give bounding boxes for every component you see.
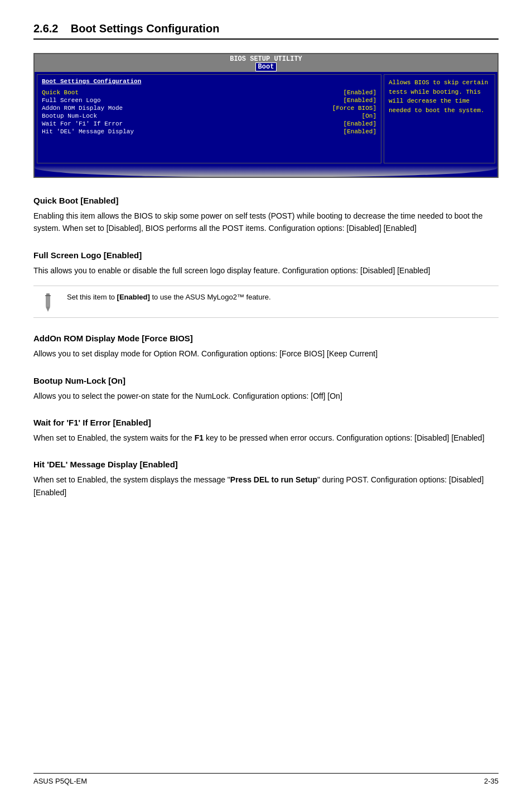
bios-label-0: Quick Boot (42, 89, 79, 96)
bios-value-1: [Enabled] (344, 97, 376, 104)
footer-left: ASUS P5QL-EM (33, 777, 87, 785)
subsection-body-full-screen-logo: This allows you to enable or disable the… (33, 264, 499, 277)
subsection-heading-hit-del: Hit 'DEL' Message Display [Enabled] (33, 460, 499, 469)
footer-right: 2-35 (484, 777, 499, 785)
bios-value-5: [Enabled] (344, 128, 376, 135)
bios-value-0: [Enabled] (344, 89, 376, 96)
f1-key-bold: F1 (195, 433, 204, 442)
subsection-body-bootup-numlock: Allows you to select the power-on state … (33, 390, 499, 402)
bios-active-tab: Boot (255, 62, 277, 71)
subsection-bootup-numlock: Bootup Num-Lock [On] Allows you to selec… (33, 376, 499, 402)
section-number: 2.6.2 (33, 22, 58, 35)
subsection-body-quick-boot: Enabling this item allows the BIOS to sk… (33, 210, 499, 235)
subsection-wait-f1: Wait for 'F1' If Error [Enabled] When se… (33, 418, 499, 444)
bios-title-bar: BIOS SETUP UTILITY Boot (35, 54, 497, 72)
subsection-body-wait-f1: When set to Enabled, the system waits fo… (33, 432, 499, 444)
section-heading: 2.6.2 Boot Settings Configuration (33, 22, 499, 40)
note-box: Set this item to [Enabled] to use the AS… (33, 286, 499, 318)
bios-row-0: Quick Boot [Enabled] (42, 89, 376, 96)
bios-value-2: [Force BIOS] (332, 105, 376, 112)
subsection-heading-quick-boot: Quick Boot [Enabled] (33, 196, 499, 205)
subsection-heading-full-screen-logo: Full Screen Logo [Enabled] (33, 250, 499, 260)
bios-label-3: Bootup Num-Lock (42, 113, 97, 119)
bios-right-panel: Allows BIOS to skip certain tests while … (384, 74, 495, 163)
bios-section-label: Boot Settings Configuration (42, 78, 376, 85)
page-content: 2.6.2 Boot Settings Configuration BIOS S… (33, 22, 499, 499)
bios-label-1: Full Screen Logo (42, 97, 101, 104)
subsection-full-screen-logo: Full Screen Logo [Enabled] This allows y… (33, 250, 499, 318)
bios-left-panel: Boot Settings Configuration Quick Boot [… (37, 74, 381, 163)
subsection-heading-bootup-numlock: Bootup Num-Lock [On] (33, 376, 499, 385)
subsection-hit-del: Hit 'DEL' Message Display [Enabled] When… (33, 460, 499, 499)
section-title: Boot Settings Configuration (71, 22, 220, 35)
bios-label-5: Hit 'DEL' Message Display (42, 128, 134, 135)
bios-value-4: [Enabled] (344, 120, 376, 127)
bios-row-2: AddOn ROM Display Mode [Force BIOS] (42, 105, 376, 112)
subsection-heading-wait-f1: Wait for 'F1' If Error [Enabled] (33, 418, 499, 427)
svg-rect-1 (46, 296, 50, 307)
bios-help-text: Allows BIOS to skip certain tests while … (389, 79, 488, 114)
subsection-body-hit-del: When set to Enabled, the system displays… (33, 474, 499, 499)
note-text: Set this item to [Enabled] to use the AS… (67, 292, 271, 303)
bios-row-3: Bootup Num-Lock [On] (42, 113, 376, 119)
svg-rect-3 (45, 295, 51, 296)
bios-row-1: Full Screen Logo [Enabled] (42, 97, 376, 104)
bios-content-area: Boot Settings Configuration Quick Boot [… (35, 72, 497, 166)
bios-screenshot: BIOS SETUP UTILITY Boot Boot Settings Co… (33, 53, 499, 178)
bios-label-4: Wait For 'F1' If Error (42, 120, 123, 127)
bios-value-3: [On] (362, 113, 376, 119)
bios-row-5: Hit 'DEL' Message Display [Enabled] (42, 128, 376, 135)
bios-row-4: Wait For 'F1' If Error [Enabled] (42, 120, 376, 127)
note-icon (33, 292, 61, 312)
page-footer: ASUS P5QL-EM 2-35 (33, 773, 499, 785)
bios-title-text: BIOS SETUP UTILITY (230, 55, 302, 63)
subsection-quick-boot: Quick Boot [Enabled] Enabling this item … (33, 196, 499, 235)
bios-label-2: AddOn ROM Display Mode (42, 105, 123, 112)
subsection-addon-rom: AddOn ROM Display Mode [Force BIOS] Allo… (33, 334, 499, 360)
svg-marker-2 (46, 307, 50, 312)
del-message-bold: Press DEL to run Setup (230, 475, 317, 484)
pencil-icon (37, 292, 57, 312)
subsection-heading-addon-rom: AddOn ROM Display Mode [Force BIOS] (33, 334, 499, 343)
subsection-body-addon-rom: Allows you to set display mode for Optio… (33, 347, 499, 360)
